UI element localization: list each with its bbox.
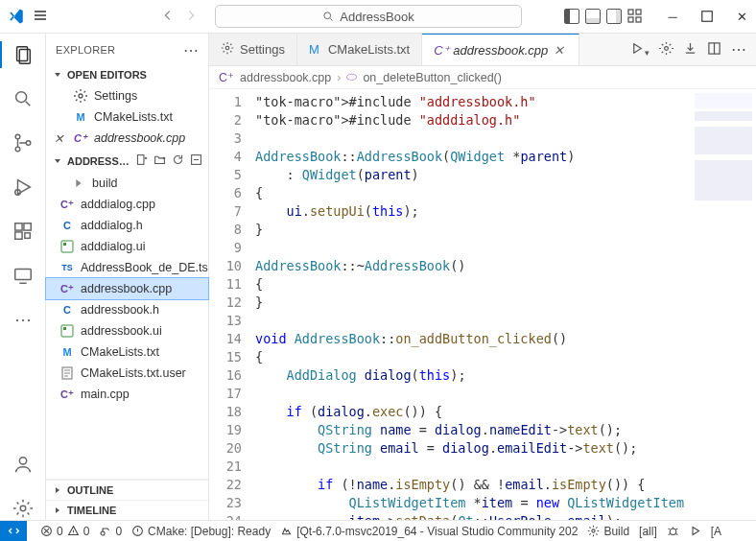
text-file-icon (59, 365, 75, 381)
end-status[interactable]: [A (711, 525, 721, 538)
explorer-sidebar: EXPLORER ⋯ OPEN EDITORS SettingsMCMakeLi… (46, 34, 209, 520)
minimize-button[interactable]: ─ (666, 10, 679, 23)
open-editor-item[interactable]: ✕C⁺addressbook.cpp (46, 128, 208, 149)
code-editor[interactable]: 123456789101112131415161718192021222324 … (209, 89, 756, 520)
toggle-sidebar-icon[interactable] (564, 9, 579, 24)
editor-tab[interactable]: Settings (209, 34, 297, 65)
file-tree-item[interactable]: C⁺adddialog.cpp (46, 194, 208, 215)
nav-back-icon[interactable] (161, 9, 175, 25)
open-editor-item[interactable]: MCMakeLists.txt (46, 106, 208, 128)
run-debug-dropdown-icon[interactable]: ▾ (630, 41, 650, 59)
refresh-icon[interactable] (172, 153, 184, 168)
editor-area: SettingsMCMakeLists.txtC⁺addressbook.cpp… (209, 34, 756, 520)
svg-point-34 (592, 529, 595, 532)
scm-activity-icon[interactable] (12, 131, 35, 154)
folder-section[interactable]: ADDRESS… (46, 151, 208, 171)
explorer-more-icon[interactable]: ⋯ (183, 41, 199, 59)
outline-section[interactable]: OUTLINE (46, 480, 208, 500)
debug-status[interactable] (667, 525, 679, 537)
c-header-file-icon: C (59, 218, 75, 233)
editor-tab[interactable]: MCMakeLists.txt (297, 34, 422, 65)
editor-tab[interactable]: C⁺addressbook.cpp✕ (422, 34, 579, 65)
file-tree-item[interactable]: C⁺main.cpp (46, 384, 208, 405)
search-activity-icon[interactable] (12, 87, 35, 110)
breadcrumb-file[interactable]: addressbook.cpp (240, 71, 331, 84)
editor-settings-icon[interactable] (659, 41, 673, 59)
file-label: AddressBook_de_DE.ts (81, 261, 208, 274)
svg-point-8 (15, 92, 26, 103)
timeline-section[interactable]: TIMELINE (46, 500, 208, 520)
editor-more-icon[interactable]: ⋯ (731, 40, 746, 59)
toggle-panel-icon[interactable] (585, 9, 601, 24)
account-activity-icon[interactable] (12, 453, 35, 476)
settings-activity-icon[interactable] (12, 497, 35, 520)
build-status[interactable]: Build (587, 525, 629, 538)
cpp-file-icon: C⁺ (59, 387, 75, 402)
svg-rect-2 (636, 10, 641, 14)
launch-status[interactable] (689, 525, 701, 537)
split-editor-icon[interactable] (707, 41, 721, 59)
maximize-button[interactable] (700, 10, 714, 23)
target-status[interactable]: [all] (639, 525, 657, 538)
svg-rect-24 (63, 243, 66, 246)
file-tree-item[interactable]: adddialog.ui (46, 236, 208, 257)
ports-status[interactable]: 0 (99, 525, 122, 538)
layout-controls (564, 9, 643, 24)
svg-point-28 (225, 46, 229, 50)
outline-label: OUTLINE (67, 484, 113, 496)
hamburger-menu-icon[interactable] (33, 8, 48, 26)
c-header-file-icon: C (59, 302, 75, 318)
svg-rect-25 (61, 325, 73, 337)
breadcrumb-symbol[interactable]: on_deleteButton_clicked() (363, 71, 502, 84)
chevron-right-icon (71, 176, 86, 191)
file-tree-item[interactable]: addressbook.ui (46, 320, 208, 341)
cmake-status[interactable]: CMake: [Debug]: Ready (131, 525, 271, 538)
svg-rect-23 (61, 241, 73, 252)
editor-tabs: SettingsMCMakeLists.txtC⁺addressbook.cpp… (209, 34, 756, 66)
open-editor-item[interactable]: Settings (46, 85, 208, 106)
tab-label: CMakeLists.txt (328, 42, 410, 57)
open-editors-section[interactable]: OPEN EDITORS (46, 66, 208, 83)
file-tree-item[interactable]: Caddressbook.h (46, 299, 208, 320)
close-tab-icon[interactable]: ✕ (554, 43, 567, 58)
collapse-icon[interactable] (190, 153, 202, 168)
download-icon[interactable] (683, 41, 697, 59)
nav-forward-icon[interactable] (184, 9, 198, 25)
extensions-activity-icon[interactable] (12, 220, 35, 243)
ts-file-icon: TS (59, 260, 75, 275)
remote-activity-icon[interactable] (12, 264, 35, 287)
file-label: addressbook.cpp (81, 282, 172, 295)
file-tree-item[interactable]: MCMakeLists.txt (46, 341, 208, 363)
svg-point-10 (15, 147, 20, 152)
minimap[interactable] (695, 93, 752, 247)
new-folder-icon[interactable] (154, 153, 166, 168)
svg-point-0 (324, 12, 331, 19)
explorer-activity-icon[interactable] (12, 43, 35, 66)
remote-indicator-icon[interactable] (0, 521, 27, 542)
ui-file-icon (59, 239, 75, 254)
file-label: CMakeLists.txt.user (81, 366, 186, 380)
new-file-icon[interactable] (135, 153, 148, 168)
file-tree-item[interactable]: Cadddialog.h (46, 215, 208, 236)
close-button[interactable]: ✕ (735, 10, 748, 23)
titlebar: AddressBook ─ ✕ (0, 0, 756, 34)
file-tree-item[interactable]: CMakeLists.txt.user (46, 363, 208, 384)
svg-point-19 (20, 506, 26, 511)
customize-layout-icon[interactable] (627, 9, 643, 24)
more-activity-icon[interactable]: ⋯ (12, 308, 35, 331)
svg-point-18 (19, 458, 26, 464)
problems-status[interactable]: 0 0 (40, 525, 89, 538)
svg-point-32 (101, 531, 105, 535)
file-label: build (92, 176, 117, 190)
file-tree-item[interactable]: build (46, 173, 208, 194)
command-center-search[interactable]: AddressBook (215, 5, 522, 28)
cpp-file-icon: C⁺ (59, 281, 75, 296)
toggle-secondary-icon[interactable] (606, 9, 622, 24)
close-icon[interactable]: ✕ (54, 131, 65, 146)
file-tree-item[interactable]: TSAddressBook_de_DE.ts (46, 257, 208, 278)
kit-status[interactable]: [Qt-6.7.0-msvc2019_64 - Visual Studio Co… (280, 525, 578, 538)
file-label: adddialog.h (81, 219, 143, 232)
run-debug-activity-icon[interactable] (12, 176, 35, 199)
breadcrumbs[interactable]: C⁺ addressbook.cpp › ⬭ on_deleteButton_c… (209, 66, 756, 89)
file-tree-item[interactable]: C⁺addressbook.cpp (46, 278, 208, 299)
